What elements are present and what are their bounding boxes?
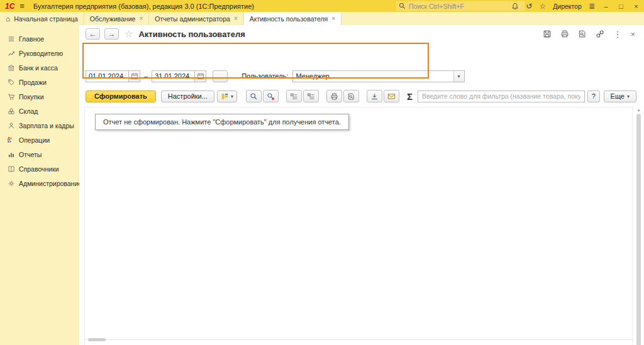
horizontal-scrollbar[interactable] bbox=[84, 337, 633, 342]
print-icon[interactable] bbox=[560, 30, 569, 38]
download-icon bbox=[370, 92, 379, 101]
sidebar-item-operations[interactable]: ДтКт Операции bbox=[0, 133, 79, 147]
sidebar-item-purchases[interactable]: Покупки bbox=[0, 89, 79, 104]
date-to-input[interactable] bbox=[152, 70, 194, 82]
forward-arrow-icon: → bbox=[108, 30, 116, 38]
bar-chart-icon bbox=[8, 151, 15, 158]
cancel-find-button[interactable] bbox=[263, 90, 279, 102]
more-commands-icon[interactable]: ⋮ bbox=[613, 30, 621, 39]
history-icon[interactable]: ↺ bbox=[526, 3, 532, 10]
horizontal-scroll-thumb[interactable] bbox=[88, 338, 106, 341]
sidebar-item-reports[interactable]: Отчеты bbox=[0, 147, 79, 162]
date-from-field bbox=[86, 70, 140, 82]
sidebar-item-for-manager[interactable]: Руководителю bbox=[0, 46, 79, 60]
user-menu-icon[interactable]: ≣ bbox=[589, 3, 595, 10]
global-search-input[interactable] bbox=[409, 3, 523, 10]
home-icon: ⌂ bbox=[6, 14, 10, 23]
collapse-groups-icon bbox=[290, 92, 298, 101]
maximize-button[interactable]: □ bbox=[617, 3, 625, 10]
search-icon bbox=[399, 3, 406, 9]
find-button[interactable] bbox=[246, 90, 262, 102]
user-combo-input[interactable] bbox=[293, 71, 453, 82]
date-from-calendar-button[interactable] bbox=[128, 70, 140, 82]
sidebar-item-main[interactable]: Главное bbox=[0, 31, 79, 46]
filter-words-input[interactable] bbox=[418, 90, 585, 102]
expand-groups-button[interactable] bbox=[303, 90, 319, 102]
gear-icon bbox=[8, 180, 15, 187]
date-to-field bbox=[152, 70, 206, 82]
window-title: Бухгалтерия предприятия (базовая), редак… bbox=[33, 3, 254, 10]
sum-toggle-icon[interactable]: Σ bbox=[407, 91, 413, 102]
user-filter-label: Пользователь: bbox=[242, 72, 288, 80]
close-form-icon[interactable]: × bbox=[630, 30, 635, 39]
save-icon[interactable] bbox=[543, 30, 552, 38]
find-button-group bbox=[246, 90, 279, 102]
tab-home[interactable]: ⌂ Начальная страница bbox=[0, 12, 84, 25]
vertical-scroll-thumb[interactable] bbox=[636, 114, 641, 345]
back-button[interactable]: ← bbox=[86, 28, 100, 40]
titlebar-controls: ↺ ☆ Директор ≣ – □ × bbox=[511, 0, 640, 12]
scroll-up-icon[interactable]: ▴ bbox=[636, 107, 641, 112]
calendar-icon bbox=[131, 72, 138, 80]
collapse-groups-button[interactable] bbox=[286, 90, 302, 102]
settings-button[interactable]: Настройки... bbox=[161, 90, 214, 102]
grouping-button-group bbox=[286, 90, 319, 102]
favorites-star-icon[interactable]: ☆ bbox=[539, 3, 546, 10]
export-button-group bbox=[367, 90, 399, 102]
sidebar-item-sales[interactable]: Продажи bbox=[0, 75, 79, 89]
preview-doc-icon bbox=[347, 92, 355, 101]
global-search[interactable] bbox=[396, 1, 525, 11]
tab-maintenance[interactable]: Обслуживание × bbox=[84, 12, 149, 25]
sidebar-item-directories[interactable]: Справочники bbox=[0, 162, 79, 176]
sidebar-item-payroll-hr[interactable]: Зарплата и кадры bbox=[0, 118, 79, 133]
preview-icon[interactable] bbox=[578, 30, 587, 38]
person-icon bbox=[8, 122, 15, 129]
tab-user-activity[interactable]: Активность пользователя × bbox=[244, 12, 341, 25]
dt-kt-icon: ДтКт bbox=[8, 137, 15, 143]
notifications-bell-icon[interactable] bbox=[511, 3, 519, 10]
date-to-calendar-button[interactable] bbox=[194, 70, 206, 82]
1c-logo: 1С bbox=[5, 2, 14, 11]
tab-label: Обслуживание bbox=[90, 15, 136, 23]
sidebar-item-bank-cash[interactable]: Банк и касса bbox=[0, 60, 79, 75]
combo-dropdown-button[interactable]: ▾ bbox=[453, 71, 464, 82]
tab-label: Активность пользователя bbox=[250, 15, 328, 23]
report-period-row: – ... Пользователь: ▾ bbox=[79, 68, 644, 84]
price-tag-icon bbox=[8, 79, 15, 86]
main-menu-icon[interactable]: ≡ bbox=[19, 1, 25, 11]
report-result-area: Отчет не сформирован. Нажмите "Сформиров… bbox=[84, 107, 633, 345]
form-header-icons: ⋮ × bbox=[543, 30, 644, 39]
vertical-scrollbar[interactable]: ▴ ▾ bbox=[636, 107, 641, 345]
print-preview-button[interactable] bbox=[343, 90, 359, 102]
help-button[interactable]: ? bbox=[587, 90, 600, 102]
date-from-input[interactable] bbox=[86, 70, 128, 82]
tab-close-icon[interactable]: × bbox=[331, 15, 335, 22]
tab-close-icon[interactable]: × bbox=[139, 15, 143, 22]
forward-button[interactable]: → bbox=[104, 28, 119, 40]
close-window-button[interactable]: × bbox=[632, 3, 640, 10]
magnifier-icon bbox=[250, 92, 258, 101]
sidebar-item-administration[interactable]: Администрирование bbox=[0, 176, 79, 190]
send-email-button[interactable] bbox=[384, 90, 399, 102]
generate-button[interactable]: Сформировать bbox=[86, 90, 156, 102]
period-options-button[interactable]: ... bbox=[213, 70, 228, 82]
tab-close-icon[interactable]: × bbox=[234, 15, 238, 22]
get-link-icon[interactable] bbox=[596, 30, 604, 38]
horizontal-scroll-track bbox=[84, 339, 633, 340]
minimize-button[interactable]: – bbox=[602, 3, 610, 10]
report-variants-button[interactable]: ▾ bbox=[217, 90, 237, 102]
back-arrow-icon: ← bbox=[89, 30, 97, 38]
more-button[interactable]: Еще ▾ bbox=[604, 90, 636, 102]
tab-admin-reports[interactable]: Отчеты администратора × bbox=[149, 12, 244, 25]
tab-home-label: Начальная страница bbox=[14, 15, 78, 23]
sidebar-item-warehouse[interactable]: Склад bbox=[0, 104, 79, 118]
print-report-button[interactable] bbox=[326, 90, 342, 102]
form-header: ← → ☆ Активность пользователя ⋮ × bbox=[79, 25, 644, 43]
current-user[interactable]: Директор bbox=[553, 3, 582, 10]
chevron-down-icon: ▾ bbox=[627, 94, 630, 99]
magnifier-cancel-icon bbox=[267, 92, 275, 101]
sections-panel: Главное Руководителю Банк и касса Продаж… bbox=[0, 25, 79, 345]
add-to-favorites-icon[interactable]: ☆ bbox=[125, 28, 133, 40]
tab-bar: ⌂ Начальная страница Обслуживание × Отче… bbox=[0, 12, 644, 25]
save-report-button[interactable] bbox=[367, 90, 382, 102]
